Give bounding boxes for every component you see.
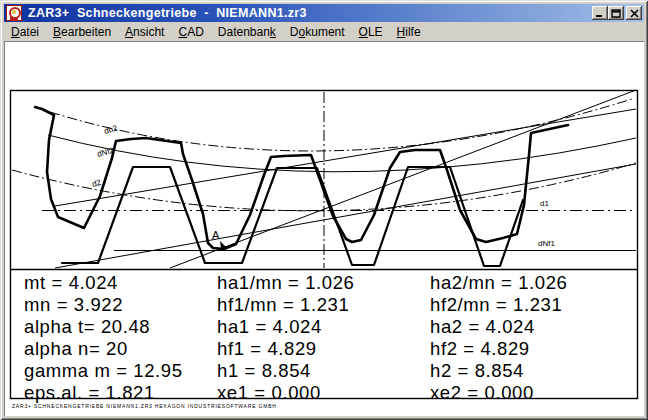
param-eps-al: eps.al. = 1.821 [24, 382, 155, 404]
param-hf1: hf1 = 4.829 [217, 338, 317, 360]
param-alpha-t: alpha t= 20.48 [24, 316, 150, 338]
param-gamma-m: gamma m = 12.95 [24, 360, 183, 382]
param-hf1-mn: hf1/mn = 1.231 [217, 294, 349, 316]
contact-line-shallow [55, 109, 636, 206]
worm-thread-profile [62, 167, 523, 266]
param-ha1-mn: ha1/mn = 1.026 [217, 272, 354, 294]
fineprint-text: ZAR3+ SCHNECKENGETRIEBE NIEMANN1.ZR3 HEX… [12, 403, 277, 409]
param-alpha-n: alpha n= 20 [24, 338, 128, 360]
line-of-action [55, 164, 636, 268]
param-ha2-mn: ha2/mn = 1.026 [430, 272, 567, 294]
label-point-a: A [212, 229, 220, 241]
param-xe2: xe2 = 0.000 [430, 382, 534, 404]
label-d2: d2 [91, 178, 103, 189]
param-xe1: xe1 = 0.000 [217, 382, 321, 404]
param-mn: mn = 3.922 [24, 294, 123, 316]
param-ha2: ha2 = 4.024 [430, 316, 535, 338]
param-h1: h1 = 8.854 [217, 360, 311, 382]
app-window: { "window": { "title": "ZAR3+ Schneckeng… [0, 0, 648, 420]
label-dNf1: dNf1 [538, 239, 555, 248]
label-db2: db2 [103, 123, 119, 135]
param-hf2-mn: hf2/mn = 1.231 [430, 294, 562, 316]
param-hf2: hf2 = 4.829 [430, 338, 530, 360]
label-d1: d1 [540, 199, 549, 208]
param-h2: h2 = 8.854 [430, 360, 524, 382]
param-mt: mt = 4.024 [24, 272, 118, 294]
param-ha1: ha1 = 4.024 [217, 316, 322, 338]
